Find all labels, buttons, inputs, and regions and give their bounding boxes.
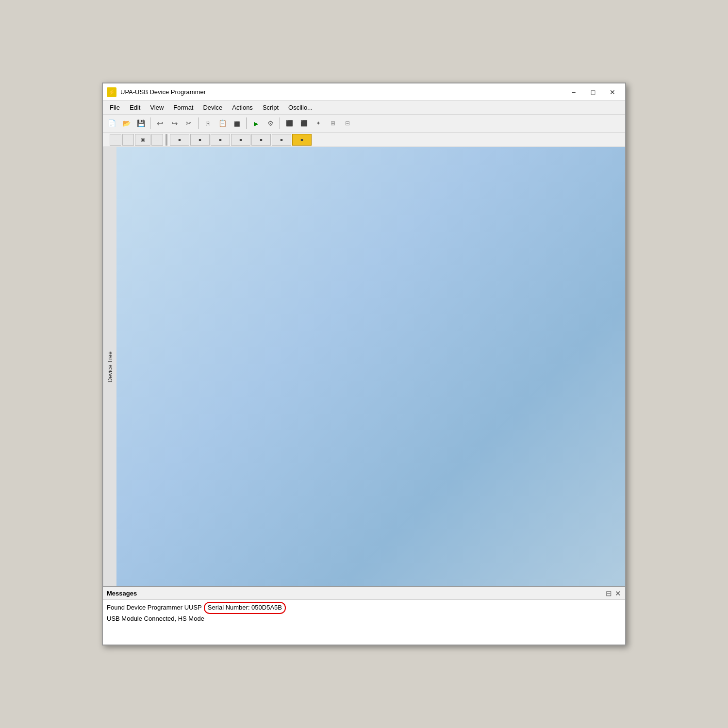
- minimize-button[interactable]: −: [565, 85, 582, 99]
- tb-extra-4[interactable]: ⊞: [326, 116, 340, 130]
- menu-format[interactable]: Format: [168, 101, 198, 114]
- toolbar-sep-4: [280, 117, 280, 129]
- message-usb: USB Module Connected, HS Mode: [107, 614, 204, 624]
- toolbar-area: ⬛ ⬛ ✦ ⊞ ⊟ — — ▣ — ■ ■ ■ ■ ■ ■ ■: [103, 115, 625, 147]
- copy-button[interactable]: [201, 116, 215, 130]
- title-bar: ⚡ UPA-USB Device Programmer − □ ✕: [103, 83, 625, 101]
- save-button[interactable]: [134, 116, 148, 130]
- open-button[interactable]: [119, 116, 133, 130]
- content-area: ITCARDIAG UPA-USB PRO: [116, 147, 625, 586]
- paste-icon: [218, 119, 227, 127]
- save-icon: [137, 119, 145, 127]
- redo-button[interactable]: [167, 116, 181, 130]
- undo-icon: [157, 119, 163, 128]
- copy-icon: [206, 119, 210, 127]
- tb2-btn-3[interactable]: ▣: [135, 134, 150, 146]
- menu-actions[interactable]: Actions: [227, 101, 258, 114]
- toolbar-row-1: ⬛ ⬛ ✦ ⊞ ⊟: [103, 115, 625, 132]
- title-bar-text: UPA-USB Device Programmer: [120, 88, 565, 96]
- tb2-btn-7[interactable]: ■: [211, 134, 230, 146]
- menu-bar: File Edit View Format Device Actions Scr…: [103, 101, 625, 115]
- menu-view[interactable]: View: [145, 101, 168, 114]
- message-line-1: Found Device Programmer UUSP Serial Numb…: [107, 602, 621, 614]
- tb-extra-3[interactable]: ✦: [312, 116, 325, 130]
- toolbar-row-2: — — ▣ — ■ ■ ■ ■ ■ ■ ■: [103, 132, 625, 147]
- toolbar-sep-1: [150, 117, 150, 129]
- messages-controls: ⊟ ✕: [606, 589, 621, 598]
- open-icon: [122, 119, 131, 127]
- messages-title: Messages: [107, 590, 137, 597]
- menu-script[interactable]: Script: [258, 101, 283, 114]
- menu-file[interactable]: File: [105, 101, 125, 114]
- run-icon: [254, 120, 258, 127]
- messages-header: Messages ⊟ ✕: [103, 587, 625, 600]
- tb2-btn-1[interactable]: —: [110, 134, 121, 146]
- tb2-btn-2[interactable]: —: [122, 134, 134, 146]
- main-window: ⚡ UPA-USB Device Programmer − □ ✕ File E…: [102, 83, 626, 645]
- serial-number-highlight: Serial Number: 050D5A5B: [204, 602, 286, 614]
- menu-oscillo[interactable]: Oscillo...: [283, 101, 317, 114]
- device-tree-tab[interactable]: Device Tree: [103, 147, 116, 586]
- tb-extra-2[interactable]: ⬛: [297, 116, 311, 130]
- cut-button[interactable]: [182, 116, 196, 130]
- menu-device[interactable]: Device: [198, 101, 227, 114]
- gear-button[interactable]: [264, 116, 277, 130]
- tb2-btn-10[interactable]: ■: [272, 134, 291, 146]
- close-button[interactable]: ✕: [604, 85, 621, 99]
- message-prefix: Found Device Programmer UUSP: [107, 603, 202, 613]
- messages-panel: Messages ⊟ ✕ Found Device Programmer UUS…: [103, 586, 625, 645]
- gear-icon: [267, 119, 274, 127]
- dock-icon[interactable]: ⊟: [606, 589, 612, 598]
- toolbar-sep-3: [246, 117, 247, 129]
- stop-button[interactable]: [230, 116, 244, 130]
- tb-extra-5[interactable]: ⊟: [341, 116, 354, 130]
- new-icon: [108, 119, 116, 127]
- app-icon: ⚡: [107, 87, 116, 97]
- tb2-btn-4[interactable]: —: [151, 134, 163, 146]
- window-controls: − □ ✕: [565, 85, 621, 99]
- redo-icon: [171, 119, 178, 128]
- tb-extra-1[interactable]: ⬛: [282, 116, 296, 130]
- tb2-btn-6[interactable]: ■: [190, 134, 210, 146]
- close-panel-icon[interactable]: ✕: [615, 589, 621, 598]
- messages-body: Found Device Programmer UUSP Serial Numb…: [103, 600, 625, 645]
- paste-button[interactable]: [215, 116, 229, 130]
- toolbar-sep-2: [198, 117, 199, 129]
- undo-button[interactable]: [153, 116, 166, 130]
- message-line-2: USB Module Connected, HS Mode: [107, 614, 621, 624]
- main-area: Device Tree: [103, 147, 625, 586]
- menu-edit[interactable]: Edit: [125, 101, 145, 114]
- maximize-button[interactable]: □: [584, 85, 602, 99]
- cut-icon: [186, 119, 192, 127]
- new-button[interactable]: [105, 116, 118, 130]
- stop-icon: [234, 120, 240, 127]
- tb2-btn-active[interactable]: ■: [292, 134, 312, 146]
- tb2-btn-9[interactable]: ■: [251, 134, 271, 146]
- run-button[interactable]: [249, 116, 263, 130]
- tb2-btn-5[interactable]: ■: [170, 134, 189, 146]
- background-gradient: [116, 147, 625, 586]
- tb2-btn-8[interactable]: ■: [231, 134, 250, 146]
